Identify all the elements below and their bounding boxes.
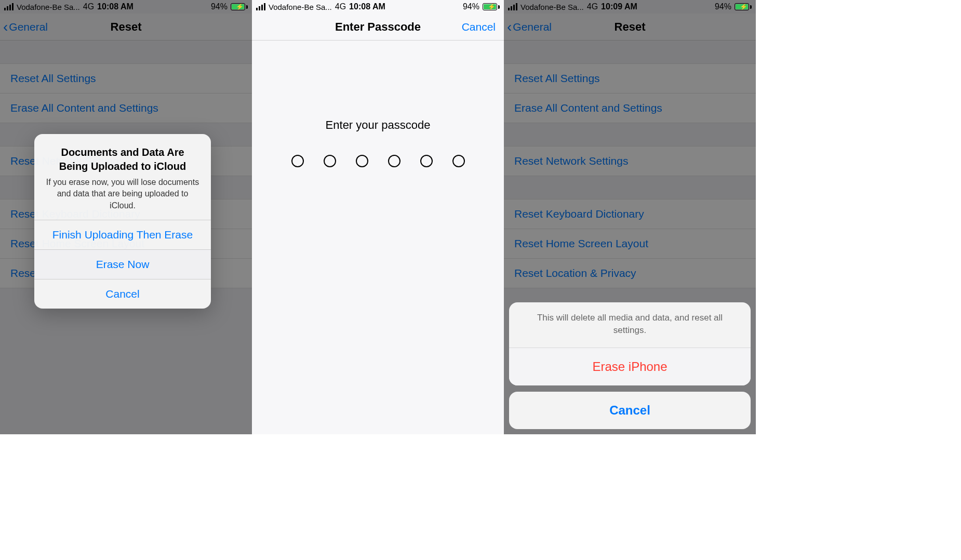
action-sheet-message: This will delete all media and data, and… xyxy=(509,302,751,348)
page-title: Enter Passcode xyxy=(335,20,421,34)
status-bar: Vodafone-Be Sa... 4G 10:08 AM 94% ⚡ xyxy=(0,0,252,14)
nav-bar: ‹ General Reset xyxy=(504,14,756,41)
row-reset-location[interactable]: Reset Location & Privacy xyxy=(504,259,756,288)
row-reset-keyboard[interactable]: Reset Keyboard Dictionary xyxy=(504,199,756,229)
carrier-label: Vodafone-Be Sa... xyxy=(520,3,584,11)
passcode-dot xyxy=(291,155,304,167)
clock-label: 10:08 AM xyxy=(97,2,134,11)
back-label: General xyxy=(513,21,552,33)
screenshot-enter-passcode: Vodafone-Be Sa... 4G 10:08 AM 94% ⚡ Ente… xyxy=(252,0,504,434)
passcode-dots[interactable] xyxy=(252,155,504,167)
carrier-label: Vodafone-Be Sa... xyxy=(17,3,80,11)
chevron-left-icon: ‹ xyxy=(3,20,8,34)
status-bar: Vodafone-Be Sa... 4G 10:08 AM 94% ⚡ xyxy=(252,0,504,14)
settings-group-1: Reset All Settings Erase All Content and… xyxy=(504,63,756,123)
settings-group-3: Reset Keyboard Dictionary Reset Home Scr… xyxy=(504,199,756,288)
clock-label: 10:08 AM xyxy=(349,2,385,11)
nav-bar: Enter Passcode Cancel xyxy=(252,14,504,41)
alert-cancel-button[interactable]: Cancel xyxy=(34,279,211,309)
passcode-area: Enter your passcode xyxy=(252,41,504,167)
nav-bar: ‹ General Reset xyxy=(0,14,252,41)
passcode-dot xyxy=(452,155,465,167)
settings-group-1: Reset All Settings Erase All Content and… xyxy=(0,63,252,123)
passcode-dot xyxy=(388,155,401,167)
carrier-label: Vodafone-Be Sa... xyxy=(269,3,332,11)
row-reset-network[interactable]: Reset Network Settings xyxy=(504,146,756,176)
alert-title: Documents and Data Are Being Uploaded to… xyxy=(46,145,199,174)
passcode-dot xyxy=(324,155,336,167)
battery-icon: ⚡ xyxy=(483,3,500,10)
action-sheet-cancel-button[interactable]: Cancel xyxy=(509,392,751,429)
row-erase-all[interactable]: Erase All Content and Settings xyxy=(504,94,756,123)
alert-body: If you erase now, you will lose document… xyxy=(46,177,199,211)
passcode-dot xyxy=(420,155,433,167)
screenshot-erase-action-sheet: Vodafone-Be Sa... 4G 10:09 AM 94% ⚡ ‹ Ge… xyxy=(504,0,756,434)
battery-percent: 94% xyxy=(463,2,479,11)
network-label: 4G xyxy=(587,2,598,11)
row-reset-all[interactable]: Reset All Settings xyxy=(0,63,252,94)
chevron-left-icon: ‹ xyxy=(507,20,512,34)
row-reset-all[interactable]: Reset All Settings xyxy=(504,63,756,94)
screenshot-reset-erase-alert: Vodafone-Be Sa... 4G 10:08 AM 94% ⚡ ‹ Ge… xyxy=(0,0,252,434)
signal-icon xyxy=(256,3,265,10)
three-screenshot-composite: Vodafone-Be Sa... 4G 10:08 AM 94% ⚡ ‹ Ge… xyxy=(0,0,961,560)
row-reset-home[interactable]: Reset Home Screen Layout xyxy=(504,229,756,259)
clock-label: 10:09 AM xyxy=(601,2,637,11)
network-label: 4G xyxy=(335,2,346,11)
action-sheet-card: This will delete all media and data, and… xyxy=(509,302,751,385)
icloud-upload-alert: Documents and Data Are Being Uploaded to… xyxy=(34,134,211,309)
alert-header: Documents and Data Are Being Uploaded to… xyxy=(34,134,211,220)
erase-now-button[interactable]: Erase Now xyxy=(34,249,211,279)
settings-group-2: Reset Network Settings xyxy=(504,146,756,176)
cancel-button[interactable]: Cancel xyxy=(462,14,496,40)
erase-action-sheet: This will delete all media and data, and… xyxy=(509,302,751,429)
status-bar: Vodafone-Be Sa... 4G 10:09 AM 94% ⚡ xyxy=(504,0,756,14)
battery-icon: ⚡ xyxy=(735,3,752,10)
back-button[interactable]: ‹ General xyxy=(3,14,48,40)
passcode-prompt: Enter your passcode xyxy=(252,118,504,132)
network-label: 4G xyxy=(83,2,94,11)
page-title: Reset xyxy=(615,20,646,34)
battery-percent: 94% xyxy=(715,2,731,11)
erase-iphone-button[interactable]: Erase iPhone xyxy=(509,348,751,385)
passcode-dot xyxy=(356,155,368,167)
signal-icon xyxy=(4,3,14,10)
battery-icon: ⚡ xyxy=(231,3,248,10)
back-label: General xyxy=(9,21,48,33)
signal-icon xyxy=(508,3,517,10)
battery-percent: 94% xyxy=(211,2,228,11)
page-title: Reset xyxy=(111,20,142,34)
row-erase-all[interactable]: Erase All Content and Settings xyxy=(0,94,252,123)
back-button[interactable]: ‹ General xyxy=(507,14,552,40)
finish-uploading-button[interactable]: Finish Uploading Then Erase xyxy=(34,220,211,249)
